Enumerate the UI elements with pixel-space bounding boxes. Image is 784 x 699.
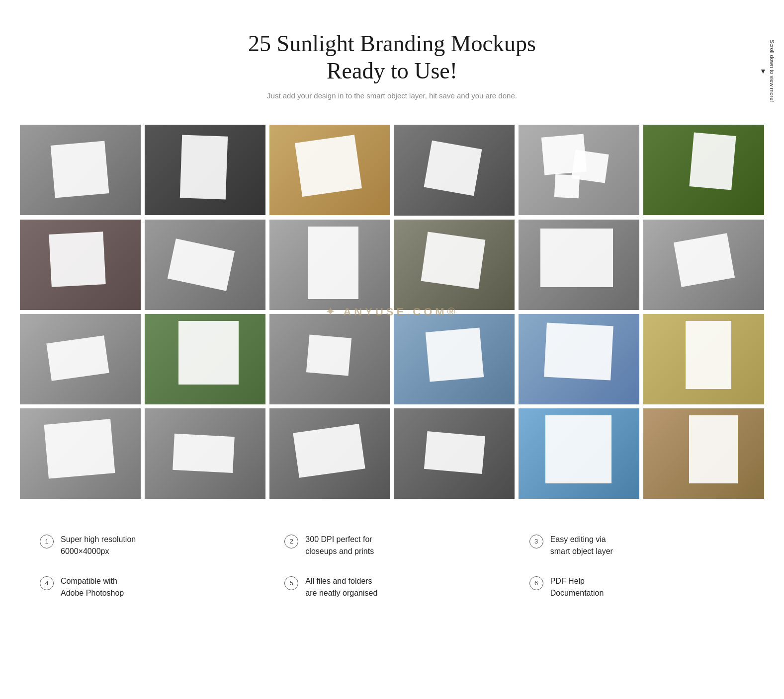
mockup-image-19[interactable] <box>20 408 141 499</box>
feature-text-5: All files and folders are neatly organis… <box>305 575 377 599</box>
feature-item-2: 2300 DPI perfect for closeups and prints <box>284 534 499 557</box>
feature-item-1: 1Super high resolution 6000×4000px <box>40 534 255 557</box>
feature-item-5: 5All files and folders are neatly organi… <box>284 575 499 599</box>
mockup-image-2[interactable] <box>145 125 265 215</box>
mockup-image-21[interactable] <box>269 408 390 499</box>
mockup-image-7[interactable] <box>20 220 141 310</box>
mockup-image-8[interactable] <box>145 220 265 310</box>
mockup-image-20[interactable] <box>145 408 265 499</box>
feature-number-4: 4 <box>40 576 54 590</box>
grid-wrapper: ✦ ANYUSE.COM® <box>20 125 764 499</box>
mockup-image-16[interactable] <box>394 314 515 404</box>
feature-number-6: 6 <box>529 576 543 590</box>
feature-number-2: 2 <box>284 535 298 548</box>
mockup-image-23[interactable] <box>519 408 639 499</box>
feature-number-3: 3 <box>529 535 543 548</box>
feature-text-1: Super high resolution 6000×4000px <box>61 534 136 557</box>
mockup-image-14[interactable] <box>145 314 265 404</box>
features-grid: 1Super high resolution 6000×4000px2300 D… <box>40 534 744 599</box>
mockup-image-3[interactable] <box>269 125 390 215</box>
feature-number-5: 5 <box>284 576 298 590</box>
feature-text-4: Compatible with Adobe Photoshop <box>61 575 124 599</box>
mockup-image-1[interactable] <box>20 125 141 215</box>
mockup-image-4[interactable] <box>394 125 515 215</box>
mockup-image-10[interactable] <box>394 220 515 310</box>
feature-text-3: Easy editing via smart object layer <box>550 534 613 557</box>
mockup-image-13[interactable] <box>20 314 141 404</box>
mockup-image-5[interactable] <box>519 125 639 215</box>
mockup-image-9[interactable] <box>269 220 390 310</box>
scroll-arrow: ▼ <box>759 67 767 75</box>
mockup-image-11[interactable] <box>519 220 639 310</box>
scroll-indicator: Scroll down to view more! ▼ <box>759 40 775 102</box>
mockup-image-6[interactable] <box>643 125 764 215</box>
feature-item-4: 4Compatible with Adobe Photoshop <box>40 575 255 599</box>
features-section: 1Super high resolution 6000×4000px2300 D… <box>0 509 784 629</box>
mockup-image-17[interactable] <box>519 314 639 404</box>
feature-item-3: 3Easy editing via smart object layer <box>529 534 744 557</box>
mockup-image-12[interactable] <box>643 220 764 310</box>
image-grid-section: ✦ ANYUSE.COM® <box>0 110 784 509</box>
mockup-image-15[interactable] <box>269 314 390 404</box>
mockup-image-24[interactable] <box>643 408 764 499</box>
feature-number-1: 1 <box>40 535 54 548</box>
page-title: 25 Sunlight Branding Mockups Ready to Us… <box>0 30 784 84</box>
page-subtitle: Just add your design in to the smart obj… <box>0 91 784 100</box>
feature-item-6: 6PDF Help Documentation <box>529 575 744 599</box>
mockup-image-18[interactable] <box>643 314 764 404</box>
scroll-text: Scroll down to view more! <box>769 40 775 102</box>
feature-text-2: 300 DPI perfect for closeups and prints <box>305 534 374 557</box>
feature-text-6: PDF Help Documentation <box>550 575 604 599</box>
mockup-image-22[interactable] <box>394 408 515 499</box>
page-header: 25 Sunlight Branding Mockups Ready to Us… <box>0 0 784 110</box>
image-grid <box>20 125 764 499</box>
